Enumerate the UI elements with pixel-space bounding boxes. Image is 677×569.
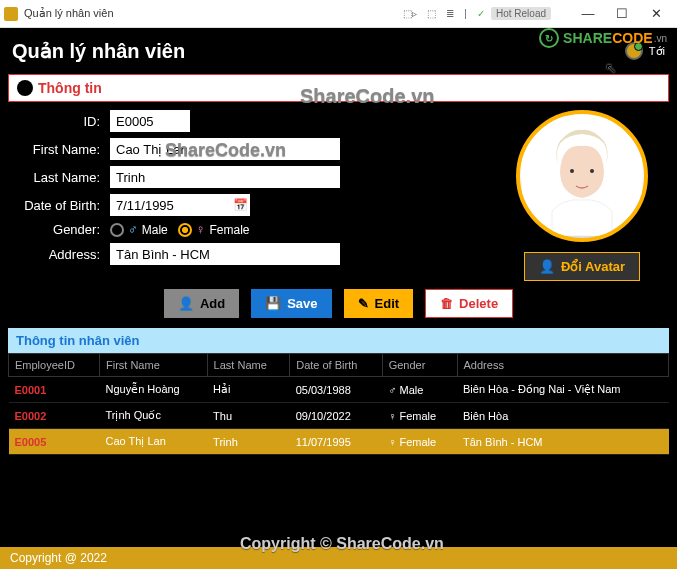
cell-last: Trinh: [207, 429, 290, 455]
debug-toolbar: ⬚▹ ⬚ ≣ | ✓ Hot Reload: [399, 6, 551, 21]
add-button[interactable]: 👤Add: [164, 289, 239, 318]
col-id[interactable]: EmployeeID: [9, 354, 100, 377]
cell-gender: ♀ Female: [382, 403, 457, 429]
id-label: ID:: [10, 114, 110, 129]
table-row[interactable]: E0002Trịnh QuốcThu09/10/2022♀ FemaleBiên…: [9, 403, 669, 429]
page-title: Quản lý nhân viên: [12, 39, 185, 63]
avatar-image: [522, 116, 642, 236]
cell-last: Hải: [207, 377, 290, 403]
window-titlebar: Quản lý nhân viên ⬚▹ ⬚ ≣ | ✓ Hot Reload …: [0, 0, 677, 28]
svg-point-1: [570, 169, 574, 173]
cell-last: Thu: [207, 403, 290, 429]
save-button[interactable]: 💾Save: [251, 289, 331, 318]
copyright-text: Copyright @ 2022: [10, 551, 107, 565]
cell-id: E0002: [9, 403, 100, 429]
col-dob[interactable]: Date of Birth: [290, 354, 382, 377]
dob-picker[interactable]: 📅: [110, 194, 250, 216]
status-indicator[interactable]: [625, 42, 643, 60]
lastname-label: Last Name:: [10, 170, 110, 185]
dob-label: Date of Birth:: [10, 198, 110, 213]
gender-options: ♂ Male ♀ Female: [110, 222, 250, 237]
edit-button[interactable]: ✎Edit: [344, 289, 414, 318]
cell-first: Nguyễn Hoàng: [99, 377, 207, 403]
toolbar-icon[interactable]: ⬚: [423, 6, 440, 21]
app-header: Quản lý nhân viên Tới: [0, 28, 677, 74]
change-avatar-button[interactable]: 👤 Đổi Avatar: [524, 252, 640, 281]
female-symbol-icon: ♀: [196, 222, 206, 237]
cell-dob: 05/03/1988: [290, 377, 382, 403]
pencil-icon: ✎: [358, 296, 369, 311]
dob-input[interactable]: [110, 194, 230, 216]
cell-first: Trịnh Quốc: [99, 403, 207, 429]
cursor-icon: ↖: [605, 60, 617, 76]
col-gender[interactable]: Gender: [382, 354, 457, 377]
person-add-icon: 👤: [178, 296, 194, 311]
cell-dob: 11/07/1995: [290, 429, 382, 455]
toolbar-sep: |: [460, 6, 471, 21]
trash-icon: 🗑: [440, 296, 453, 311]
employee-table-wrap: EmployeeID First Name Last Name Date of …: [8, 353, 669, 547]
window-title: Quản lý nhân viên: [24, 7, 399, 20]
calendar-icon[interactable]: 📅: [230, 194, 250, 216]
cell-id: E0001: [9, 377, 100, 403]
delete-button[interactable]: 🗑Delete: [425, 289, 513, 318]
avatar: [516, 110, 648, 242]
check-icon: ✓: [473, 6, 489, 21]
employee-table: EmployeeID First Name Last Name Date of …: [8, 353, 669, 455]
header-right-label: Tới: [649, 45, 665, 58]
cell-gender: ♀ Female: [382, 429, 457, 455]
cell-address: Tân Bình - HCM: [457, 429, 668, 455]
maximize-button[interactable]: ☐: [605, 0, 639, 28]
firstname-label: First Name:: [10, 142, 110, 157]
person-swap-icon: 👤: [539, 259, 555, 274]
male-radio[interactable]: ♂ Male: [110, 222, 168, 237]
table-header-row: EmployeeID First Name Last Name Date of …: [9, 354, 669, 377]
person-icon: [17, 80, 33, 96]
footer: Copyright @ 2022: [0, 547, 677, 569]
cell-gender: ♂ Male: [382, 377, 457, 403]
male-symbol-icon: ♂: [128, 222, 138, 237]
address-input[interactable]: [110, 243, 340, 265]
toolbar-icon[interactable]: ≣: [442, 6, 458, 21]
minimize-button[interactable]: —: [571, 0, 605, 28]
info-section-header: Thông tin: [8, 74, 669, 102]
hot-reload-button[interactable]: Hot Reload: [491, 7, 551, 20]
toolbar-icon[interactable]: ⬚▹: [399, 6, 421, 21]
action-bar: 👤Add 💾Save ✎Edit 🗑Delete: [0, 281, 677, 328]
radio-unchecked-icon: [110, 223, 124, 237]
table-row[interactable]: E0005Cao Thị LanTrinh11/07/1995♀ FemaleT…: [9, 429, 669, 455]
cell-address: Biên Hòa: [457, 403, 668, 429]
form-fields: ID: First Name: Last Name: Date of Birth…: [10, 110, 487, 281]
app-icon: [4, 7, 18, 21]
table-row[interactable]: E0001Nguyễn HoàngHải05/03/1988♂ MaleBiên…: [9, 377, 669, 403]
col-last[interactable]: Last Name: [207, 354, 290, 377]
window-controls: — ☐ ✕: [571, 0, 673, 28]
close-button[interactable]: ✕: [639, 0, 673, 28]
id-input[interactable]: [110, 110, 190, 132]
col-address[interactable]: Address: [457, 354, 668, 377]
avatar-panel: 👤 Đổi Avatar: [497, 110, 667, 281]
info-section-title: Thông tin: [38, 80, 102, 96]
header-right: Tới: [625, 42, 665, 60]
cell-id: E0005: [9, 429, 100, 455]
app-window: Quản lý nhân viên ⬚▹ ⬚ ≣ | ✓ Hot Reload …: [0, 0, 677, 569]
address-label: Address:: [10, 247, 110, 262]
radio-checked-icon: [178, 223, 192, 237]
svg-point-2: [590, 169, 594, 173]
cell-dob: 09/10/2022: [290, 403, 382, 429]
form-area: ID: First Name: Last Name: Date of Birth…: [0, 110, 677, 281]
cell-address: Biên Hòa - Đồng Nai - Việt Nam: [457, 377, 668, 403]
female-radio[interactable]: ♀ Female: [178, 222, 250, 237]
gender-label: Gender:: [10, 222, 110, 237]
lastname-input[interactable]: [110, 166, 340, 188]
firstname-input[interactable]: [110, 138, 340, 160]
col-first[interactable]: First Name: [99, 354, 207, 377]
save-icon: 💾: [265, 296, 281, 311]
table-section-header: Thông tin nhân viên: [8, 328, 669, 353]
cell-first: Cao Thị Lan: [99, 429, 207, 455]
